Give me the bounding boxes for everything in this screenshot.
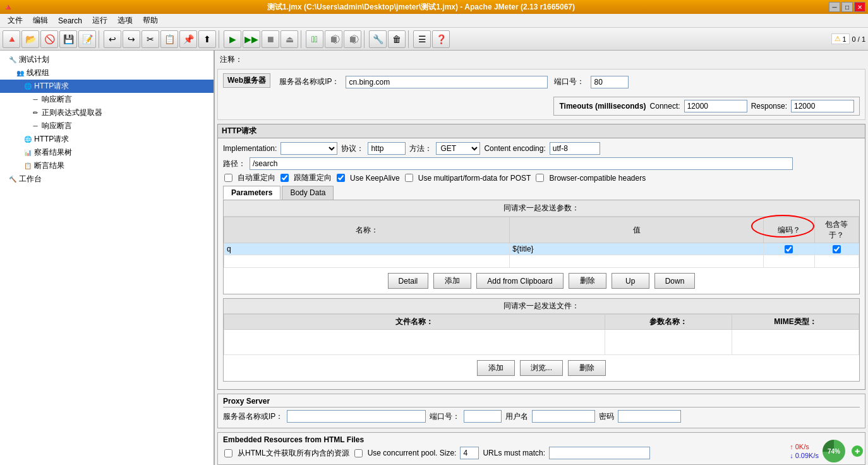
menu-search[interactable]: Search: [53, 15, 87, 27]
retrieve-checkbox[interactable]: [224, 449, 232, 457]
tree-item-thread-group[interactable]: 👥 线程组: [0, 66, 214, 80]
table-row[interactable]: q ${title}: [224, 243, 859, 255]
proxy-password-label: 密码: [599, 411, 614, 422]
title-bar: 🔺 测试1.jmx (C:\Users\admin\Desktop\jmeter…: [0, 0, 868, 14]
toolbar-clear-all[interactable]: 🗑: [388, 30, 406, 48]
proxy-username-input[interactable]: [532, 410, 595, 423]
note-row: 注释：: [217, 53, 865, 66]
delete-button[interactable]: 删除: [569, 273, 606, 289]
tree-item-http-request-1[interactable]: 🌐 HTTP请求: [0, 80, 214, 93]
toolbar-function-helper[interactable]: 🔧: [369, 30, 387, 48]
urls-input[interactable]: [549, 447, 650, 459]
tree-item-assert-result[interactable]: 📋 断言结果: [0, 159, 214, 172]
toolbar-save[interactable]: 💾: [59, 30, 77, 48]
toolbar-paste[interactable]: 📌: [179, 30, 197, 48]
add-from-clipboard-button[interactable]: Add from Clipboard: [476, 273, 563, 289]
encoding-input[interactable]: [550, 142, 600, 155]
tree-item-assert-2[interactable]: ─ 响应断言: [0, 119, 214, 133]
files-add-button[interactable]: 添加: [477, 360, 515, 376]
close-button[interactable]: ✕: [854, 2, 865, 12]
pool-size-input[interactable]: [460, 447, 479, 459]
menu-file[interactable]: 文件: [3, 14, 28, 27]
tree-item-workbench[interactable]: 🔨 工作台: [0, 172, 214, 186]
files-btn-row: 添加 浏览... 删除: [224, 355, 859, 381]
tree-item-label: 断言结果: [34, 160, 64, 171]
proxy-username-label: 用户名: [505, 411, 528, 422]
toolbar-undo[interactable]: ↩: [104, 30, 121, 48]
proxy-password-input[interactable]: [618, 410, 681, 423]
add-button[interactable]: 添加: [433, 273, 471, 289]
detail-button[interactable]: Detail: [388, 273, 429, 289]
file-name-header: 文件名称：: [224, 315, 605, 330]
connect-input[interactable]: [684, 100, 747, 112]
up-button[interactable]: Up: [612, 273, 649, 289]
params-table: 名称： 值 编码？ 包含等于？: [224, 217, 859, 268]
toolbar-redo[interactable]: ↪: [123, 30, 140, 48]
proxy-server-input[interactable]: [287, 410, 426, 423]
maximize-button[interactable]: □: [841, 2, 853, 12]
tab-parameters[interactable]: Parameters: [223, 186, 280, 200]
port-input[interactable]: [591, 76, 629, 88]
toolbar-play-no-pause[interactable]: ▶▶: [243, 30, 260, 48]
toolbar-help[interactable]: ❓: [432, 30, 450, 48]
tree-item-regex-extractor[interactable]: ✏ 正则表达式提取器: [0, 106, 214, 119]
params-btn-row: Detail 添加 Add from Clipboard 删除 Up Down: [224, 268, 859, 294]
impl-select[interactable]: [280, 142, 337, 155]
toolbar-new[interactable]: 🔺: [3, 30, 20, 48]
tree-item-test-plan[interactable]: 🔧 测试计划: [0, 53, 214, 66]
proxy-title: Proxy Server: [223, 397, 860, 408]
toolbar-stop[interactable]: ⏹: [262, 30, 279, 48]
server-label: 服务器名称或IP：: [279, 76, 339, 87]
result-tree-icon: 📊: [23, 148, 33, 158]
toolbar-list[interactable]: ☰: [413, 30, 431, 48]
toolbar-stop-test[interactable]: ⏏: [280, 30, 298, 48]
path-input[interactable]: [250, 157, 793, 170]
follow-redirect-checkbox[interactable]: [280, 174, 289, 182]
toolbar-close[interactable]: 🚫: [40, 30, 58, 48]
tree-item-http-request-2[interactable]: 🌐 HTTP请求: [0, 133, 214, 146]
toolbar-play[interactable]: ▶: [224, 30, 241, 48]
toolbar-save-as[interactable]: 📝: [78, 30, 96, 48]
concurrent-checkbox[interactable]: [354, 449, 363, 457]
menu-help[interactable]: 帮助: [138, 14, 163, 27]
protocol-input[interactable]: [368, 142, 406, 155]
multipart-checkbox[interactable]: [405, 174, 413, 182]
toolbar-remote-start[interactable]: ▶⃝: [306, 30, 323, 48]
server-input[interactable]: [346, 76, 548, 88]
method-select[interactable]: GETPOST: [436, 142, 480, 155]
browser-headers-checkbox[interactable]: [536, 174, 544, 182]
toolbar-expand[interactable]: ⬆: [198, 30, 216, 48]
tab-body-data[interactable]: Body Data: [282, 186, 334, 200]
toolbar-cut[interactable]: ✂: [142, 30, 159, 48]
response-input[interactable]: [791, 100, 854, 112]
toolbar-remote-stop[interactable]: ⏹⃝: [325, 30, 342, 48]
proxy-form-row: 服务器名称或IP： 端口号： 用户名 密码: [223, 410, 860, 423]
down-button[interactable]: Down: [654, 273, 696, 289]
http-request-header: HTTP请求: [218, 124, 865, 138]
http-request-section: HTTP请求 Implementation: 协议： 方法： GETPOST C…: [217, 124, 865, 390]
separator-5: [408, 30, 411, 48]
test-plan-icon: 🔧: [8, 55, 18, 65]
protocol-label: 协议：: [341, 143, 364, 154]
menu-options[interactable]: 选项: [112, 14, 138, 27]
warning-badge: ⚠ 1: [831, 33, 849, 44]
menu-run[interactable]: 运行: [87, 14, 112, 27]
keep-alive-checkbox[interactable]: [337, 174, 345, 182]
minimize-button[interactable]: ─: [829, 2, 840, 12]
params-table-wrapper: 同请求一起发送参数： 名称： 值 编码？ 包含: [223, 200, 860, 294]
proxy-port-input[interactable]: [464, 410, 502, 423]
files-delete-button[interactable]: 删除: [568, 360, 606, 376]
include-checkbox[interactable]: [833, 245, 841, 253]
tree-item-result-tree[interactable]: 📊 察看结果树: [0, 146, 214, 159]
progress-circle: 74%: [823, 440, 845, 462]
toolbar-remote-stop-all[interactable]: ⏹⃝: [344, 30, 361, 48]
menu-edit[interactable]: 编辑: [28, 14, 53, 27]
auto-redirect-checkbox[interactable]: [224, 174, 232, 182]
encode-checkbox[interactable]: [785, 245, 793, 253]
toolbar-open[interactable]: 📂: [21, 30, 39, 48]
toolbar-copy[interactable]: 📋: [160, 30, 178, 48]
tree-item-assert-1[interactable]: ─ 响应断言: [0, 93, 214, 106]
files-browse-button[interactable]: 浏览...: [520, 360, 563, 376]
progress-label: 74%: [828, 448, 840, 455]
encoding-label: Content encoding:: [484, 144, 545, 153]
